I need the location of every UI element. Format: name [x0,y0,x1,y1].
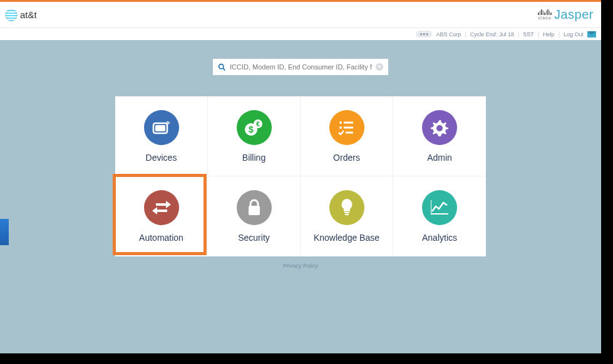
search-icon [218,63,226,71]
search-input[interactable] [230,63,372,71]
tile-label: Orders [333,153,360,163]
mail-icon[interactable] [587,31,596,38]
app-viewport: at&t cisco Jasper ●●● ABS Corp| Cycle En… [0,0,601,353]
logout-link[interactable]: Log Out [564,31,584,38]
svg-rect-16 [345,214,349,215]
svg-point-8 [339,121,342,124]
cisco-mark: cisco [538,9,552,20]
svg-text:€: € [256,121,260,128]
tile-devices[interactable]: Devices [115,96,208,176]
cobrand-logo: cisco Jasper [538,8,594,22]
tile-security[interactable]: Security [208,176,301,256]
tile-knowledge-base[interactable]: Knowledge Base [301,176,393,256]
svg-point-13 [436,125,443,131]
cycle-link[interactable]: Cycle End: Jul 18 [470,31,514,38]
tile-analytics[interactable]: Analytics [393,176,486,256]
main-content: ✕ Devices $€ Billing Orders [0,40,601,269]
tile-label: Devices [146,153,177,163]
subheader: ●●● ABS Corp| Cycle End: Jul 18| SST| He… [0,28,601,40]
org-link[interactable]: ABS Corp [436,31,461,38]
svg-rect-3 [155,125,165,131]
gear-icon [422,110,457,145]
bulb-icon [329,190,364,225]
timezone-link[interactable]: SST [523,31,534,38]
svg-point-10 [339,126,342,129]
tile-label: Analytics [422,233,457,243]
clear-icon[interactable]: ✕ [376,63,383,71]
cobrand-text: Jasper [554,8,594,22]
device-icon [144,110,179,145]
highlight-box [113,174,207,255]
tile-label: Knowledge Base [314,233,379,243]
lock-icon [237,190,272,225]
svg-rect-15 [344,212,349,213]
svg-line-1 [223,68,225,70]
left-edge-tab[interactable] [0,219,9,245]
chart-icon [422,190,457,225]
tile-label: Admin [427,153,452,163]
tile-admin[interactable]: Admin [393,96,486,176]
search-bar: ✕ [213,59,388,75]
svg-rect-14 [249,206,260,215]
svg-point-0 [219,64,224,68]
status-pill: ●●● [416,31,433,38]
tile-label: Billing [242,153,265,163]
orders-icon [329,110,364,145]
svg-text:$: $ [249,124,254,134]
tile-billing[interactable]: $€ Billing [208,96,301,176]
tile-orders[interactable]: Orders [301,96,393,176]
brand-text: at&t [20,9,37,20]
help-link[interactable]: Help [543,31,555,38]
billing-icon: $€ [237,110,272,145]
header: at&t cisco Jasper [0,2,601,28]
cobrand-small: cisco [538,16,552,20]
globe-icon [5,9,18,21]
tile-label: Security [238,233,270,243]
brand-logo[interactable]: at&t [5,9,37,21]
privacy-link[interactable]: Privacy Policy [283,263,318,269]
cisco-bars-icon [538,9,552,15]
